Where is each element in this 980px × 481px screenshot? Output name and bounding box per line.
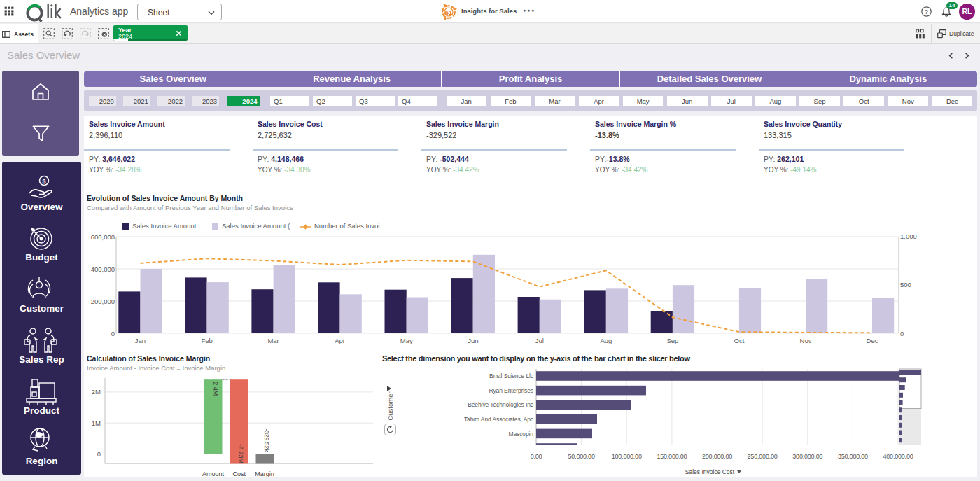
svg-text:400,000.00: 400,000.00 <box>883 453 913 460</box>
svg-text:200,000.00: 200,000.00 <box>702 453 732 460</box>
svg-text:2M: 2M <box>92 388 101 396</box>
svg-text:50,000.00: 50,000.00 <box>568 453 594 460</box>
svg-text:Amount: Amount <box>202 470 225 477</box>
svg-text:May: May <box>400 337 413 344</box>
svg-text:Sales Invoice Cost: Sales Invoice Cost <box>685 468 735 475</box>
svg-text:400,000: 400,000 <box>91 265 115 273</box>
svg-text:Oct: Oct <box>734 337 745 344</box>
svg-text:-329.52k: -329.52k <box>263 429 270 453</box>
svg-text:Margin: Margin <box>255 470 274 477</box>
svg-text:Ryan Enterprises: Ryan Enterprises <box>489 387 533 394</box>
svg-text:$: $ <box>42 177 46 185</box>
svg-text:100,000.00: 100,000.00 <box>612 453 642 460</box>
svg-text:600,000: 600,000 <box>91 233 115 241</box>
svg-text:0.00: 0.00 <box>531 453 542 460</box>
svg-text:Beehive Technologies Inc: Beehive Technologies Inc <box>468 401 534 408</box>
svg-text:Feb: Feb <box>201 337 212 344</box>
svg-text:Sep: Sep <box>666 337 678 344</box>
svg-text:Aug: Aug <box>600 337 612 344</box>
svg-text:2.4M: 2.4M <box>212 382 219 396</box>
svg-text:1M: 1M <box>92 419 101 427</box>
svg-text:0: 0 <box>900 330 904 337</box>
svg-text:61: 61 <box>445 8 453 16</box>
svg-text:Tahim And Associates, Apc: Tahim And Associates, Apc <box>464 416 534 423</box>
svg-text:Nov: Nov <box>800 337 812 344</box>
svg-text:?: ? <box>925 8 928 15</box>
svg-text:Bristl Science Llc: Bristl Science Llc <box>489 372 534 379</box>
svg-text:1,000: 1,000 <box>900 232 917 240</box>
svg-text:250,000.00: 250,000.00 <box>748 453 778 460</box>
svg-text:Jul: Jul <box>536 337 544 344</box>
svg-text:Jan: Jan <box>135 337 146 344</box>
svg-text:-2.73M: -2.73M <box>237 444 244 463</box>
svg-text:0: 0 <box>97 450 101 458</box>
svg-text:300,000.00: 300,000.00 <box>792 453 822 460</box>
svg-text:150,000.00: 150,000.00 <box>657 453 687 460</box>
svg-text:Mar: Mar <box>267 337 279 344</box>
svg-text:350,000.00: 350,000.00 <box>838 453 868 460</box>
svg-text:200,000: 200,000 <box>91 298 115 305</box>
svg-text:0: 0 <box>111 330 115 337</box>
svg-text:Dec: Dec <box>867 337 878 344</box>
svg-text:500: 500 <box>900 281 911 288</box>
svg-text:Jun: Jun <box>468 337 478 344</box>
svg-text:Apr: Apr <box>335 337 345 344</box>
svg-text:Cost: Cost <box>232 470 246 477</box>
svg-text:Mascopin: Mascopin <box>508 431 533 438</box>
